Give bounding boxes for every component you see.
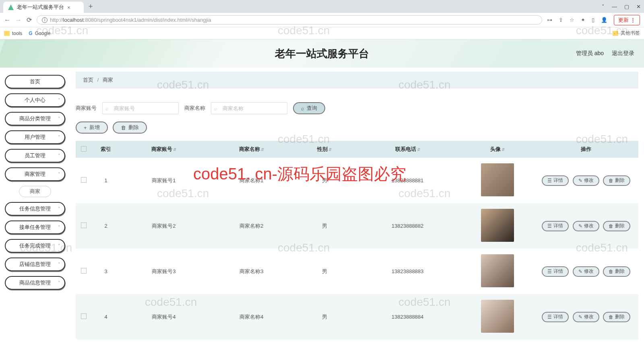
close-icon[interactable]: × [67, 4, 70, 10]
plus-icon: + [84, 125, 87, 131]
minimize-icon[interactable]: — [612, 4, 617, 10]
key-icon[interactable]: ⊶ [547, 17, 552, 23]
dropdown-icon[interactable]: ˅ [602, 4, 605, 10]
row-checkbox[interactable] [81, 222, 87, 228]
sidebar-item-profile[interactable]: 个人中心˅ [5, 93, 65, 107]
cell-phone: 13823888884 [354, 294, 461, 340]
edit-icon: ✎ [578, 223, 582, 229]
cell-account: 商家账号4 [120, 294, 208, 340]
row-delete-button[interactable]: 🗑 删除 [603, 175, 630, 186]
app-banner: 老年一站式服务平台 管理员 abo 退出登录 [0, 39, 644, 68]
sidebar-item-task-done[interactable]: 任务完成管理˅ [5, 239, 65, 253]
edit-button[interactable]: ✎ 修改 [573, 266, 599, 277]
edit-icon: ✎ [578, 178, 582, 183]
bookmark-other[interactable]: 其他书签 [613, 30, 640, 37]
logout-link[interactable]: 退出登录 [612, 50, 634, 57]
chevron-down-icon: ˅ [58, 116, 60, 122]
folder-icon [4, 31, 10, 36]
sidebar-item-accept-task[interactable]: 接单任务管理˅ [5, 220, 65, 234]
address-bar: ← → ⟳ i http://localhost:8080/springboot… [0, 13, 644, 27]
sort-icon[interactable]: ⇵ [261, 147, 264, 152]
sidebar-item-staff[interactable]: 员工管理˅ [5, 149, 65, 163]
url-input[interactable]: i http://localhost:8080/springboot4nsk1/… [37, 15, 542, 25]
add-button[interactable]: +新增 [76, 122, 108, 134]
sidebar-item-product-category[interactable]: 商品分类管理˅ [5, 112, 65, 126]
col-account: 商家账号⇵ [120, 141, 208, 158]
profile-icon[interactable]: 👤 [601, 17, 607, 23]
admin-label[interactable]: 管理员 abo [576, 50, 604, 57]
avatar [481, 209, 514, 242]
filter-account-label: 商家账号 [76, 105, 97, 112]
tab-title: 老年一站式服务平台 [17, 4, 64, 11]
cell-name: 商家名称4 [208, 294, 295, 340]
forward-icon: → [15, 16, 22, 24]
cell-index: 1 [92, 158, 120, 203]
close-window-icon[interactable]: ✕ [636, 4, 641, 10]
list-icon: ☰ [547, 314, 552, 320]
bookmark-google[interactable]: GGoogle [29, 31, 50, 36]
maximize-icon[interactable]: ▢ [624, 4, 629, 10]
reload-icon[interactable]: ⟳ [27, 16, 32, 24]
filter-name-input[interactable] [211, 102, 287, 114]
cell-account: 商家账号3 [120, 249, 208, 294]
chevron-down-icon: ˅ [58, 153, 60, 159]
sidebar-item-home[interactable]: 首页 [5, 75, 65, 89]
filter-name-label: 商家名称 [184, 105, 205, 112]
folder-icon [613, 31, 618, 36]
sort-icon[interactable]: ⇵ [328, 147, 332, 152]
breadcrumb-home[interactable]: 首页 [83, 77, 93, 83]
row-delete-button[interactable]: 🗑 删除 [603, 312, 630, 322]
avatar [481, 300, 514, 333]
edit-button[interactable]: ✎ 修改 [573, 312, 599, 322]
sidebar-item-task-info[interactable]: 任务信息管理˅ [5, 202, 65, 216]
row-checkbox[interactable] [81, 313, 87, 319]
share-icon[interactable]: ⇪ [559, 17, 563, 23]
col-ops: 操作 [534, 141, 638, 158]
sort-icon[interactable]: ⇵ [502, 147, 505, 152]
list-icon: ☰ [547, 223, 552, 229]
star-icon[interactable]: ☆ [570, 17, 574, 23]
search-icon: ⌕ [105, 105, 109, 111]
row-checkbox[interactable] [81, 177, 87, 183]
sort-icon[interactable]: ⇵ [417, 147, 420, 152]
cell-index: 2 [92, 203, 120, 249]
detail-button[interactable]: ☰ 详情 [542, 266, 569, 277]
browser-tab[interactable]: 老年一站式服务平台 × [3, 2, 84, 13]
delete-button[interactable]: 🗑删除 [113, 122, 147, 134]
bookmark-tools[interactable]: tools [4, 31, 22, 36]
back-icon[interactable]: ← [4, 16, 10, 24]
site-info-icon[interactable]: i [42, 17, 47, 23]
col-name: 商家名称⇵ [208, 141, 295, 158]
edit-button[interactable]: ✎ 修改 [573, 221, 599, 231]
col-gender: 性别⇵ [295, 141, 354, 158]
trash-icon: 🗑 [609, 269, 613, 274]
row-delete-button[interactable]: 🗑 删除 [603, 266, 630, 277]
chevron-down-icon: ˅ [58, 243, 60, 249]
sort-icon[interactable]: ⇵ [173, 147, 176, 152]
edit-button[interactable]: ✎ 修改 [573, 175, 599, 186]
edit-icon: ✎ [578, 314, 582, 320]
sidebar-item-product-info[interactable]: 商品信息管理˅ [5, 276, 65, 290]
chevron-down-icon: ˅ [58, 280, 60, 286]
sidebar-item-users[interactable]: 用户管理˅ [5, 130, 65, 144]
filter-account-input[interactable] [102, 102, 179, 114]
search-button[interactable]: ⌕查询 [293, 102, 325, 114]
detail-button[interactable]: ☰ 详情 [542, 312, 569, 322]
row-checkbox[interactable] [81, 268, 87, 274]
row-delete-button[interactable]: 🗑 删除 [603, 221, 630, 231]
panel-icon[interactable]: ▯ [592, 17, 594, 23]
sidebar-item-shop-info[interactable]: 店铺信息管理˅ [5, 257, 65, 271]
update-button[interactable]: 更新 ⋮ [614, 15, 640, 25]
tab-bar: 老年一站式服务平台 × + ˅ — ▢ ✕ [0, 0, 644, 13]
new-tab-button[interactable]: + [89, 2, 93, 11]
extensions-icon[interactable]: ✦ [581, 17, 585, 23]
search-icon: ⌕ [214, 105, 217, 111]
chevron-down-icon: ˅ [58, 262, 60, 267]
vue-icon [8, 4, 14, 10]
detail-button[interactable]: ☰ 详情 [542, 221, 569, 231]
sidebar-subitem-merchant[interactable]: 商家 [19, 186, 51, 197]
detail-button[interactable]: ☰ 详情 [542, 175, 569, 186]
select-all-checkbox[interactable] [81, 146, 87, 152]
cell-phone: 13823888883 [354, 249, 461, 294]
sidebar-item-merchant[interactable]: 商家管理˅ [5, 167, 65, 181]
